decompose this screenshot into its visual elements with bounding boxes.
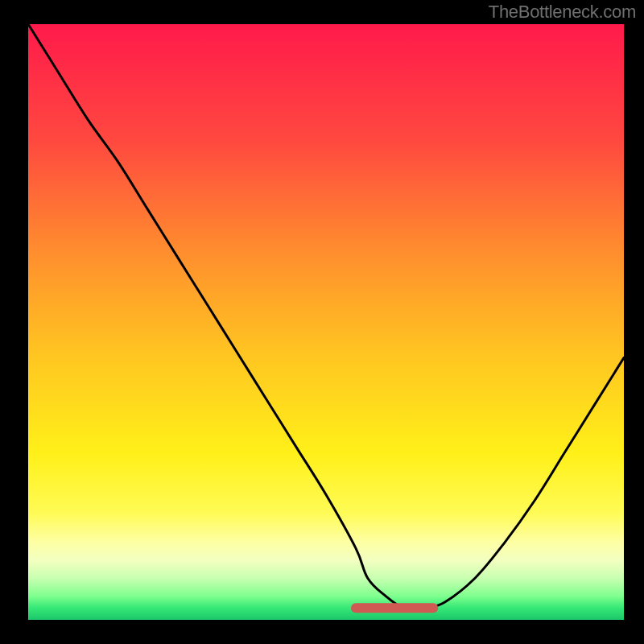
- watermark-label: TheBottleneck.com: [489, 2, 636, 23]
- chart-frame: TheBottleneck.com: [0, 0, 644, 644]
- curve-layer: [28, 24, 624, 620]
- bottleneck-curve: [28, 24, 624, 609]
- plot-area: [28, 24, 624, 620]
